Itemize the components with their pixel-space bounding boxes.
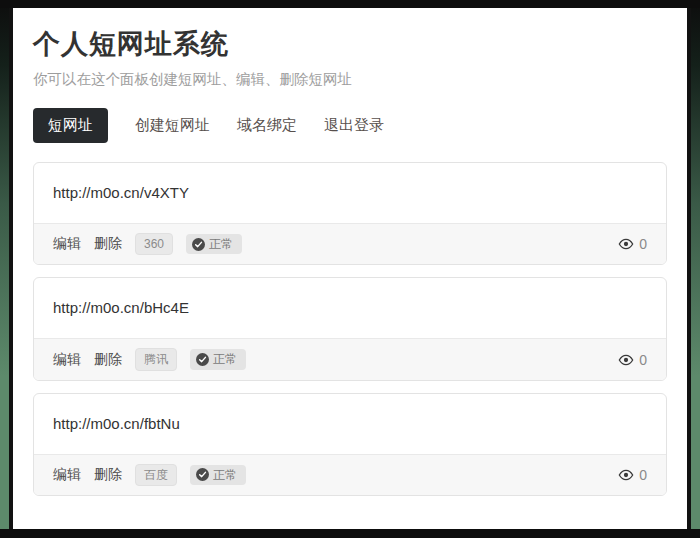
status-label: 正常	[213, 468, 237, 482]
source-badge: 360	[135, 233, 173, 255]
source-badge: 腾讯	[135, 348, 177, 370]
card-footer: 编辑 删除 360 正常 0	[34, 223, 666, 264]
frame-top-border	[0, 0, 700, 8]
frame-bottom-border	[0, 529, 700, 538]
short-url-card: http://m0o.cn/v4XTY 编辑 删除 360 正常	[33, 162, 667, 265]
views-count: 0	[639, 352, 647, 368]
short-url-card: http://m0o.cn/fbtNu 编辑 删除 百度 正常	[33, 393, 667, 496]
short-url-link[interactable]: http://m0o.cn/fbtNu	[53, 415, 180, 432]
views-count: 0	[639, 467, 647, 483]
check-circle-icon	[192, 238, 205, 251]
main-nav: 短网址 创建短网址 域名绑定 退出登录	[33, 108, 667, 143]
short-url-list: http://m0o.cn/v4XTY 编辑 删除 360 正常	[33, 162, 667, 496]
card-footer: 编辑 删除 腾讯 正常 0	[34, 338, 666, 379]
status-badge: 正常	[190, 465, 246, 485]
eye-icon	[618, 469, 634, 481]
status-label: 正常	[213, 352, 237, 366]
eye-icon	[618, 238, 634, 250]
views-counter: 0	[618, 236, 647, 252]
edit-button[interactable]: 编辑	[53, 466, 81, 484]
card-body: http://m0o.cn/v4XTY	[34, 163, 666, 223]
delete-button[interactable]: 删除	[94, 466, 122, 484]
tab-logout[interactable]: 退出登录	[324, 116, 384, 135]
status-badge: 正常	[186, 234, 242, 254]
views-counter: 0	[618, 352, 647, 368]
short-url-link[interactable]: http://m0o.cn/v4XTY	[53, 184, 189, 201]
delete-button[interactable]: 删除	[94, 235, 122, 253]
short-url-card: http://m0o.cn/bHc4E 编辑 删除 腾讯 正常	[33, 277, 667, 380]
source-badge: 百度	[135, 464, 177, 486]
screenshot-frame: 个人短网址系统 你可以在这个面板创建短网址、编辑、删除短网址 短网址 创建短网址…	[0, 0, 700, 538]
tab-short-urls[interactable]: 短网址	[33, 108, 108, 143]
eye-icon	[618, 354, 634, 366]
short-url-link[interactable]: http://m0o.cn/bHc4E	[53, 299, 189, 316]
card-footer: 编辑 删除 百度 正常 0	[34, 454, 666, 495]
card-body: http://m0o.cn/bHc4E	[34, 278, 666, 338]
views-counter: 0	[618, 467, 647, 483]
check-circle-icon	[196, 353, 209, 366]
edit-button[interactable]: 编辑	[53, 235, 81, 253]
tab-domain-binding[interactable]: 域名绑定	[237, 116, 297, 135]
edit-button[interactable]: 编辑	[53, 351, 81, 369]
status-badge: 正常	[190, 349, 246, 369]
status-label: 正常	[209, 237, 233, 251]
check-circle-icon	[196, 468, 209, 481]
page-title: 个人短网址系统	[33, 26, 667, 62]
card-body: http://m0o.cn/fbtNu	[34, 394, 666, 454]
page-subtitle: 你可以在这个面板创建短网址、编辑、删除短网址	[33, 70, 667, 89]
views-count: 0	[639, 236, 647, 252]
delete-button[interactable]: 删除	[94, 351, 122, 369]
tab-create-short-url[interactable]: 创建短网址	[135, 116, 210, 135]
short-url-panel: 个人短网址系统 你可以在这个面板创建短网址、编辑、删除短网址 短网址 创建短网址…	[9, 8, 691, 529]
